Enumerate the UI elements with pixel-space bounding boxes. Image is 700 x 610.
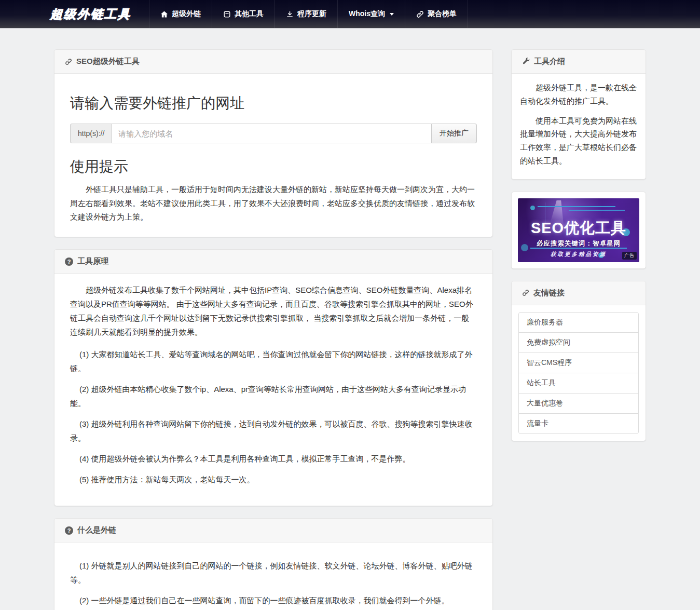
home-icon [160, 10, 168, 18]
link-icon [416, 10, 424, 18]
friend-link-webmaster-tool[interactable]: 站长工具 [518, 373, 639, 394]
usage-tips-text: 外链工具只是辅助工具，一般适用于短时间内无法建设大量外链的新站，新站应坚持每天做… [70, 183, 477, 224]
nav-item-super-link[interactable]: 超级外链 [149, 0, 212, 28]
what-is-link-panel: 什么是外链 (1) 外链就是别人的网站链接到自己的网站的一个链接，例如友情链接、… [54, 518, 493, 610]
panel-title: 友情链接 [533, 288, 565, 298]
usage-tips-heading: 使用提示 [70, 157, 477, 177]
seo-tool-panel-body: 请输入需要外链推广的网址 http(s):// 开始推广 使用提示 外链工具只是… [54, 74, 492, 237]
what-is-link-panel-header: 什么是外链 [54, 519, 492, 543]
ad-deco-line [569, 210, 625, 211]
caret-down-icon [390, 13, 394, 16]
principle-panel-body: 超级外链发布工具收集了数千个网站网址，其中包括IP查询、SEO综合信息查询、SE… [54, 274, 492, 506]
url-input-heading: 请输入需要外链推广的网址 [70, 93, 477, 113]
friend-link-cheap-server[interactable]: 廉价服务器 [518, 312, 639, 333]
nav-item-label: 超级外链 [172, 9, 201, 19]
intro-paragraph: 超级外链工具，是一款在线全自动化发外链的推广工具。 [520, 81, 637, 108]
friend-links-panel-header: 友情链接 [512, 281, 646, 305]
ad-deco-dot [530, 206, 535, 210]
friend-link-data-sim[interactable]: 流量卡 [518, 413, 639, 434]
seo-tool-panel: SEO超级外链工具 请输入需要外链推广的网址 http(s):// 开始推广 使… [54, 49, 493, 237]
tool-intro-panel: 工具介绍 超级外链工具，是一款在线全自动化发外链的推广工具。 使用本工具可免费为… [511, 49, 646, 180]
link-icon [522, 289, 529, 296]
wrench-icon [522, 58, 530, 65]
nav-item-other-tools[interactable]: 其他工具 [212, 0, 274, 28]
principle-item: (3) 超级外链利用各种查询网站留下你的链接，达到自动发外链的效果，可以被百度、… [70, 417, 477, 445]
start-promotion-button[interactable]: 开始推广 [432, 124, 477, 143]
link-icon [65, 58, 72, 65]
seo-tool-panel-header: SEO超级外链工具 [54, 50, 492, 74]
panel-title: 工具原理 [77, 256, 108, 266]
what-is-link-panel-body: (1) 外链就是别人的网站链接到自己的网站的一个链接，例如友情链接、软文外链、论… [54, 543, 492, 610]
nav-item-label: 其他工具 [235, 9, 264, 19]
domain-input-group: http(s):// 开始推广 [70, 124, 477, 143]
principle-item: (4) 使用超级外链会被认为作弊么？本工具是利用各种查询工具，模拟正常手工查询，… [70, 452, 477, 466]
nav-item-program-update[interactable]: 程序更新 [274, 0, 337, 28]
main-column: SEO超级外链工具 请输入需要外链推广的网址 http(s):// 开始推广 使… [54, 49, 493, 610]
principle-panel: 工具原理 超级外链发布工具收集了数千个网站网址，其中包括IP查询、SEO综合信息… [54, 249, 493, 506]
domain-input[interactable] [112, 124, 432, 143]
panel-title: 什么是外链 [77, 525, 116, 535]
update-icon [286, 10, 294, 18]
brand-title: 超级外链工具 [50, 6, 131, 22]
tool-intro-body: 超级外链工具，是一款在线全自动化发外链的推广工具。 使用本工具可免费为网站在线批… [512, 74, 646, 179]
ad-badge: 广告 [622, 252, 637, 260]
friend-link-free-hosting[interactable]: 免费虚拟空间 [518, 332, 639, 353]
principle-item: (5) 推荐使用方法：新站每天两次，老站每天一次。 [70, 472, 477, 486]
intro-paragraph: 使用本工具可免费为网站在线批量增加外链，大大提高外链发布工作效率，是广大草根站长… [520, 114, 637, 168]
friend-links-body: 廉价服务器 免费虚拟空间 智云CMS程序 站长工具 大量优惠卷 流量卡 [512, 305, 646, 441]
tool-intro-panel-header: 工具介绍 [512, 50, 646, 74]
ad-banner-image[interactable]: SEO优化工具 必应搜索关键词：智卓星网 获取更多精品资源 广告 [518, 198, 639, 262]
tools-icon [223, 10, 231, 18]
nav-item-label: 程序更新 [297, 9, 326, 19]
panel-title: 工具介绍 [534, 57, 565, 66]
friend-links-panel: 友情链接 廉价服务器 免费虚拟空间 智云CMS程序 站长工具 大量优惠卷 流量卡 [511, 281, 646, 441]
nav-item-label: Whois查询 [349, 9, 385, 19]
nav-item-label: 聚合榜单 [428, 9, 457, 19]
principle-intro: 超级外链发布工具收集了数千个网站网址，其中包括IP查询、SEO综合信息查询、SE… [70, 283, 477, 339]
friend-link-coupons[interactable]: 大量优惠卷 [518, 393, 639, 414]
what-item: (2) 一些外链是通过我们自己在一些网站查询，而留下的一些痕迹被百度抓取收录，我… [70, 593, 477, 607]
protocol-addon: http(s):// [70, 124, 112, 143]
question-circle-icon [65, 257, 73, 266]
ad-deco-line [538, 206, 615, 207]
what-item: (1) 外链就是别人的网站链接到自己的网站的一个链接，例如友情链接、软文外链、论… [70, 559, 477, 587]
sidebar: 工具介绍 超级外链工具，是一款在线全自动化发外链的推广工具。 使用本工具可免费为… [511, 49, 646, 453]
ad-card-body: SEO优化工具 必应搜索关键词：智卓星网 获取更多精品资源 广告 [512, 192, 646, 268]
panel-title: SEO超级外链工具 [76, 57, 140, 66]
principle-item: (1) 大家都知道站长工具、爱站等查询域名的网站吧，当你查询过他就会留下你的网站… [70, 347, 477, 375]
principle-item: (2) 超级外链由本站精心收集了数个ip、Alexa、pr查询等站长常用查询网站… [70, 382, 477, 410]
ad-subtitle: 必应搜索关键词：智卓星网 [518, 239, 639, 248]
ad-tagline: 获取更多精品资源 [518, 251, 639, 258]
question-circle-icon [65, 526, 73, 535]
ad-title: SEO优化工具 [518, 218, 639, 239]
brand-logo[interactable]: 超级外链工具 [50, 0, 131, 28]
friend-link-zhiyun-cms[interactable]: 智云CMS程序 [518, 353, 639, 373]
principle-panel-header: 工具原理 [54, 250, 492, 274]
nav-item-whois-dropdown[interactable]: Whois查询 [337, 0, 405, 28]
navbar: 超级外链工具 超级外链 其他工具 程序更新 Whois查询 聚合榜单 [0, 0, 700, 29]
nav-item-rank-list[interactable]: 聚合榜单 [405, 0, 468, 28]
page-container: SEO超级外链工具 请输入需要外链推广的网址 http(s):// 开始推广 使… [54, 49, 646, 610]
ad-card: SEO优化工具 必应搜索关键词：智卓星网 获取更多精品资源 广告 [511, 192, 646, 269]
